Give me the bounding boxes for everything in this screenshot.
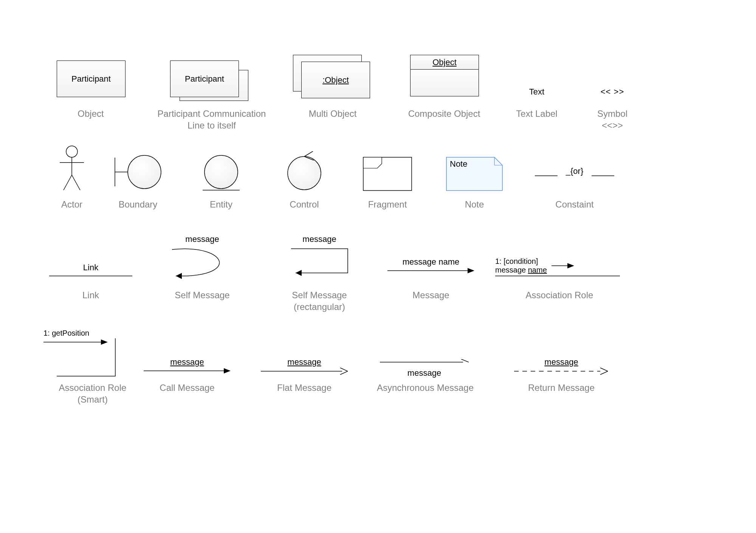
constraint-caption: Constaint: [546, 198, 603, 210]
participant-comm-label: Participant: [185, 74, 224, 84]
composite-object-label: Object: [432, 57, 457, 67]
async-message-symbol: message: [380, 359, 469, 378]
svg-marker-25: [101, 339, 108, 345]
entity-icon: [200, 153, 242, 194]
boundary-caption: Boundary: [113, 198, 163, 210]
call-message-label: message: [144, 357, 231, 367]
multi-object-symbol: :Object: [293, 55, 370, 96]
flat-message-label: message: [261, 357, 348, 367]
actor-icon: [57, 146, 87, 192]
svg-point-8: [204, 155, 238, 189]
self-message-rect-caption: Self Message (rectangular): [280, 289, 359, 313]
svg-line-29: [340, 368, 348, 371]
participant-comm-symbol: Participant: [170, 60, 249, 100]
symbol-caption: Symbol <<>>: [588, 108, 637, 131]
control-icon: [284, 151, 325, 194]
svg-line-4: [72, 175, 80, 190]
composite-object-symbol: Object: [410, 55, 479, 96]
flat-message-caption: Flat Message: [272, 382, 336, 394]
svg-line-32: [461, 359, 469, 362]
message-label: message name: [387, 257, 474, 267]
actor-caption: Actor: [55, 198, 89, 210]
svg-marker-27: [224, 368, 231, 373]
svg-line-30: [340, 371, 348, 375]
control-caption: Control: [284, 198, 325, 210]
link-label: Link: [49, 263, 132, 273]
text-label-symbol: Text: [518, 87, 556, 97]
boundary-icon: [113, 153, 163, 192]
composite-object-caption: Composite Object: [401, 108, 488, 119]
object-symbol: Participant: [57, 60, 125, 97]
self-message-rect-symbol: message: [287, 234, 352, 281]
multi-object-caption: Multi Object: [293, 108, 372, 119]
fragment-caption: Fragment: [361, 198, 414, 210]
object-caption: Object: [57, 108, 125, 119]
svg-marker-17: [176, 273, 182, 279]
assoc-role-smart-symbol: 1: getPosition: [43, 329, 119, 381]
link-symbol: Link: [49, 263, 132, 279]
svg-point-7: [128, 155, 161, 189]
text-label-caption: Text Label: [510, 108, 563, 119]
return-message-symbol: message: [514, 357, 609, 377]
constraint-label: _{or}: [566, 166, 584, 176]
constraint-icon: _{or}: [535, 166, 614, 176]
assoc-role-smart-label: 1: getPosition: [43, 329, 119, 338]
call-message-caption: Call Message: [155, 382, 219, 394]
svg-marker-22: [567, 263, 574, 268]
self-message-caption: Self Message: [166, 289, 238, 301]
async-message-caption: Asynchronous Message: [372, 382, 478, 394]
svg-marker-20: [468, 268, 474, 273]
return-message-caption: Return Message: [522, 382, 601, 394]
assoc-role-line2-u: name: [528, 266, 547, 274]
call-message-symbol: message: [144, 357, 231, 376]
svg-line-34: [600, 368, 608, 371]
svg-line-11: [304, 151, 313, 156]
multi-object-label: :Object: [322, 75, 349, 85]
self-message-label: message: [168, 234, 236, 244]
message-caption: Message: [404, 289, 457, 301]
association-role-caption: Association Role: [518, 289, 601, 301]
association-role-symbol: 1: [condition] message name: [495, 257, 620, 277]
note-caption: Note: [452, 198, 497, 210]
symbol-glyph: << >>: [590, 87, 635, 97]
object-label: Participant: [71, 74, 111, 84]
link-caption: Link: [70, 289, 112, 301]
svg-marker-18: [296, 270, 302, 276]
self-message-rect-label: message: [287, 234, 352, 244]
async-message-label: message: [380, 368, 469, 378]
assoc-role-line2-pre: message: [495, 266, 528, 274]
return-message-label: message: [514, 357, 609, 367]
svg-line-35: [600, 371, 608, 375]
entity-caption: Entity: [200, 198, 242, 210]
svg-point-0: [66, 146, 77, 157]
note-icon: Note: [446, 157, 503, 192]
self-message-symbol: message: [168, 234, 236, 285]
assoc-role-line1: 1: [condition]: [495, 257, 547, 266]
assoc-role-smart-caption: Association Role (Smart): [49, 382, 136, 405]
svg-line-3: [64, 175, 72, 190]
participant-comm-caption: Participant Communication Line to itself: [151, 108, 272, 131]
note-label: Note: [450, 159, 467, 169]
svg-point-10: [288, 156, 321, 190]
message-symbol: message name: [387, 257, 474, 276]
fragment-icon: [363, 157, 412, 192]
flat-message-symbol: message: [261, 357, 348, 377]
